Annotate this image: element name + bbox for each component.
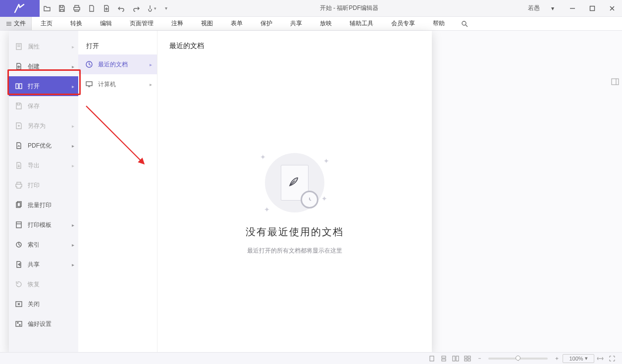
open-sub-computer[interactable]: 计算机▸ [78, 74, 157, 94]
redo-icon[interactable] [129, 1, 144, 16]
zoom-out-icon[interactable]: － [473, 355, 485, 362]
clock-icon [301, 191, 318, 208]
status-bar: － ＋ 100% ▾ [0, 352, 622, 364]
svg-rect-12 [16, 84, 18, 89]
zoom-slider[interactable] [488, 358, 548, 360]
svg-rect-29 [442, 359, 446, 361]
svg-point-5 [462, 21, 466, 25]
view-continuous-icon[interactable] [438, 356, 450, 362]
save-file-icon[interactable] [54, 1, 69, 16]
bs-item-export: 导出▸ [9, 156, 78, 175]
user-dropdown-icon[interactable]: ▾ [543, 1, 563, 16]
bs-item-close[interactable]: 关闭 [9, 294, 78, 314]
ribbon-tab-form[interactable]: 表单 [222, 17, 252, 30]
quick-access-toolbar: ▾ ▾ [40, 1, 173, 16]
fullscreen-icon[interactable] [606, 356, 618, 362]
ribbon-tab-present[interactable]: 放映 [311, 17, 341, 30]
backstage-nav: 属性▸ 创建▸ 打开▸ 保存 另存为▸ PDF优化▸ 导出▸ 打印 [9, 31, 78, 353]
svg-rect-35 [468, 359, 470, 361]
open-subpanel-title: 打开 [78, 31, 157, 54]
ribbon-tab-tools[interactable]: 辅助工具 [341, 17, 382, 30]
view-facing-cont-icon[interactable] [462, 356, 473, 362]
svg-rect-33 [468, 356, 470, 358]
file-tab[interactable]: 文件 [0, 17, 32, 30]
ribbon-tab-protect[interactable]: 保护 [252, 17, 281, 30]
svg-rect-31 [456, 356, 459, 361]
maximize-button[interactable] [582, 1, 602, 16]
recent-panel-title: 最近的文档 [157, 31, 432, 51]
title-left: 开始 [320, 4, 332, 11]
page-icon[interactable] [84, 1, 99, 16]
bs-item-save: 保存 [9, 96, 78, 116]
svg-rect-16 [16, 222, 21, 228]
bs-item-index[interactable]: 索引▸ [9, 235, 78, 255]
bs-item-batch-print[interactable]: 批量打印 [9, 195, 78, 215]
bs-item-open[interactable]: 打开▸ [9, 76, 78, 96]
minimize-button[interactable] [563, 1, 582, 16]
svg-rect-28 [442, 356, 446, 358]
svg-rect-32 [465, 356, 467, 358]
open-sub-recent[interactable]: 最近的文档▸ [78, 54, 157, 74]
user-name[interactable]: 若愚 [525, 4, 543, 12]
empty-state-illustration: ✦ ✦ ✦ ✦ [260, 148, 329, 217]
open-subpanel: 打开 最近的文档▸ 计算机▸ [78, 31, 157, 353]
svg-rect-30 [453, 356, 455, 361]
svg-rect-7 [612, 79, 619, 85]
new-page-icon[interactable] [99, 1, 114, 16]
bs-item-restore: 恢复 [9, 274, 78, 294]
bs-item-properties[interactable]: 属性▸ [9, 37, 78, 56]
ribbon-tabs: 文件 主页 转换 编辑 页面管理 注释 视图 表单 保护 共享 放映 辅助工具 … [0, 17, 622, 31]
touch-mode-icon[interactable]: ▾ [144, 1, 158, 16]
svg-rect-24 [86, 82, 92, 86]
empty-heading: 没有最近使用的文档 [246, 225, 344, 239]
file-tab-label: 文件 [14, 19, 26, 28]
svg-rect-27 [430, 356, 434, 361]
ribbon-tab-edit[interactable]: 编辑 [91, 17, 121, 30]
ribbon-tab-vip[interactable]: 会员专享 [382, 17, 424, 30]
ribbon-tab-help[interactable]: 帮助 [424, 17, 454, 30]
ribbon-search-icon[interactable] [458, 17, 471, 30]
backstage-panel: 属性▸ 创建▸ 打开▸ 保存 另存为▸ PDF优化▸ 导出▸ 打印 [9, 31, 432, 353]
fit-width-icon[interactable] [594, 356, 606, 362]
ribbon-tab-home[interactable]: 主页 [32, 17, 61, 30]
window-controls: 若愚 ▾ [525, 1, 622, 16]
svg-rect-13 [19, 84, 22, 89]
empty-state: ✦ ✦ ✦ ✦ 没有最近使用的文档 最近打开的所有文档都将显示在这里 [157, 51, 432, 353]
view-facing-icon[interactable] [450, 356, 462, 362]
bs-item-preferences[interactable]: 偏好设置 [9, 314, 78, 334]
svg-rect-20 [16, 321, 22, 326]
svg-rect-1 [590, 6, 595, 10]
bs-item-share[interactable]: 共享▸ [9, 255, 78, 274]
bs-item-print-template[interactable]: 打印模板▸ [9, 215, 78, 235]
view-single-icon[interactable] [426, 356, 438, 362]
svg-point-21 [17, 322, 18, 323]
recent-panel: 最近的文档 ✦ ✦ ✦ ✦ 没有最近使用的文档 最近打开的所有文档都将显示在这里 [157, 31, 432, 353]
title-right: 福昕PDF编辑器 [337, 4, 378, 11]
empty-sub: 最近打开的所有文档都将显示在这里 [247, 247, 342, 255]
ribbon-tab-comment[interactable]: 注释 [162, 17, 192, 30]
title-bar: ▾ ▾ 开始 - 福昕PDF编辑器 若愚 ▾ [0, 0, 622, 17]
zoom-in-icon[interactable]: ＋ [551, 355, 563, 362]
collapse-panel-icon[interactable] [611, 78, 619, 85]
ribbon-tab-convert[interactable]: 转换 [61, 17, 91, 30]
ribbon-tab-pages[interactable]: 页面管理 [121, 17, 162, 30]
svg-rect-34 [465, 359, 467, 361]
bs-item-optimize[interactable]: PDF优化▸ [9, 136, 78, 156]
svg-point-22 [19, 324, 20, 325]
bs-item-save-as: 另存为▸ [9, 116, 78, 136]
ribbon-tab-share[interactable]: 共享 [281, 17, 311, 30]
feather-icon [288, 176, 300, 188]
print-icon[interactable] [69, 1, 84, 16]
qat-customize-icon[interactable]: ▾ [158, 1, 173, 16]
ribbon-tab-view[interactable]: 视图 [192, 17, 222, 30]
zoom-percentage[interactable]: 100% ▾ [563, 354, 594, 363]
window-title: 开始 - 福昕PDF编辑器 [173, 4, 525, 12]
app-logo [0, 0, 40, 17]
close-button[interactable] [602, 1, 622, 16]
bs-item-create[interactable]: 创建▸ [9, 56, 78, 76]
undo-icon[interactable] [114, 1, 129, 16]
open-file-icon[interactable] [40, 1, 54, 16]
svg-line-6 [466, 25, 467, 27]
bs-item-print: 打印 [9, 175, 78, 195]
